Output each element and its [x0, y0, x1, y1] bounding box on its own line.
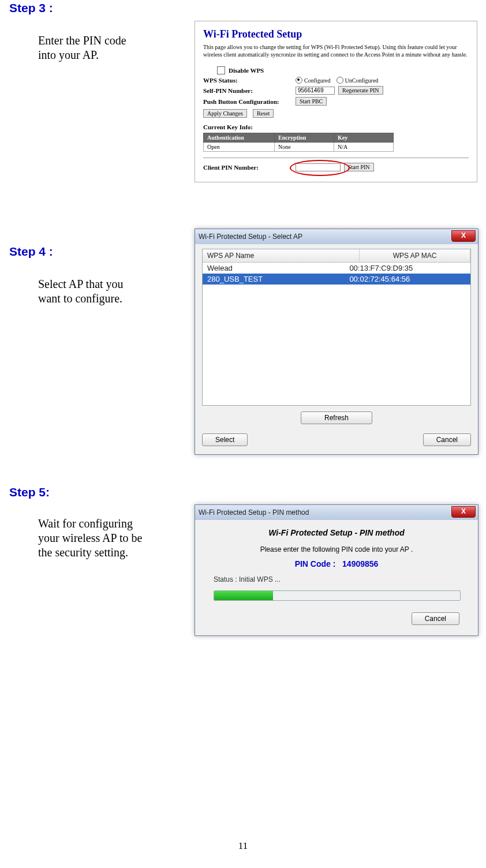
step5-heading: Step 5: — [9, 485, 50, 499]
progress-fill — [214, 591, 273, 600]
client-pin-label: Client PIN Number: — [203, 164, 296, 171]
step3-body-line2: into your AP. — [38, 48, 99, 61]
wps-status-configured-radio[interactable] — [296, 77, 302, 84]
step4-body-line1: Select AP that you — [38, 278, 124, 290]
col-ap-name: WPS AP Name — [203, 249, 360, 262]
fig5-status: Status : Initial WPS ... — [214, 575, 459, 583]
fig5-note: Please enter the following PIN code into… — [214, 545, 459, 553]
td-key: N/A — [334, 143, 394, 152]
apply-changes-button[interactable]: Apply Changes — [203, 109, 247, 118]
fig4-screenshot: Wi-Fi Protected Setup - Select AP X WPS … — [195, 229, 478, 455]
list-item[interactable]: Welead00:13:F7:C9:D9:35 — [203, 263, 470, 274]
key-info-table: Authentication Encryption Key Open None … — [203, 133, 394, 152]
ap-mac: 00:13:F7:C9:D9:35 — [349, 264, 466, 272]
fig4-window-title: Wi-Fi Protected Setup - Select AP — [199, 233, 302, 241]
fig3-desc: This page allows you to change the setti… — [203, 44, 469, 58]
close-icon[interactable]: X — [451, 506, 476, 518]
step3-body-line1: Enter the PIN code — [38, 34, 126, 47]
fig3-screenshot: Wi-Fi Protected Setup This page allows y… — [195, 21, 477, 182]
self-pin-input[interactable] — [296, 87, 335, 95]
col-ap-mac: WPS AP MAC — [360, 249, 470, 262]
step3-body: Enter the PIN code into your AP. — [38, 33, 177, 62]
step3-heading: Step 3 : — [9, 1, 53, 15]
step4-body: Select AP that you want to configure. — [38, 277, 177, 306]
step4-heading: Step 4 : — [9, 245, 53, 259]
self-pin-label: Self-PIN Number: — [203, 87, 296, 94]
ap-name: 280_USB_TEST — [207, 275, 349, 283]
close-icon[interactable]: X — [451, 230, 476, 242]
client-pin-input[interactable] — [296, 163, 341, 171]
wps-status-configured-label: Configured — [304, 77, 331, 84]
ap-mac: 00:02:72:45:64:56 — [349, 275, 466, 283]
td-auth: Open — [204, 143, 275, 152]
step5-body-line3: the security setting. — [38, 546, 128, 559]
cancel-button[interactable]: Cancel — [412, 612, 459, 625]
disable-wps-checkbox[interactable] — [217, 66, 225, 74]
list-item[interactable]: 280_USB_TEST00:02:72:45:64:56 — [203, 274, 470, 285]
start-pbc-button[interactable]: Start PBC — [296, 97, 327, 106]
refresh-button[interactable]: Refresh — [301, 411, 372, 424]
wps-status-label: WPS Status: — [203, 77, 296, 84]
fig5-pin-line: PIN Code : 14909856 — [214, 559, 459, 568]
step5-body-line2: your wireless AP to be — [38, 532, 142, 544]
th-auth: Authentication — [204, 133, 275, 143]
fig3-title: Wi-Fi Protected Setup — [203, 28, 469, 40]
th-enc: Encryption — [275, 133, 334, 143]
select-button[interactable]: Select — [202, 433, 248, 446]
pin-code-label: PIN Code : — [295, 559, 336, 568]
disable-wps-label: Disable WPS — [229, 67, 264, 74]
ap-list[interactable]: WPS AP Name WPS AP MAC Welead00:13:F7:C9… — [202, 249, 471, 406]
ap-name: Welead — [207, 264, 349, 272]
pin-code-value: 14909856 — [342, 559, 378, 568]
reset-button[interactable]: Reset — [253, 109, 274, 118]
step5-body-line1: Wait for configuring — [38, 517, 133, 530]
wps-status-unconfigured-label: UnConfigured — [345, 77, 379, 84]
progress-bar — [214, 590, 461, 601]
step5-body: Wait for configuring your wireless AP to… — [38, 517, 188, 560]
table-row: Open None N/A — [204, 143, 394, 152]
fig5-header: Wi-Fi Protected Setup - PIN method — [214, 528, 459, 537]
td-enc: None — [275, 143, 334, 152]
cancel-button[interactable]: Cancel — [423, 433, 471, 446]
page-number: 11 — [0, 840, 486, 852]
fig5-window-title: Wi-Fi Protected Setup - PIN method — [199, 508, 309, 517]
fig5-screenshot: Wi-Fi Protected Setup - PIN method X Wi-… — [195, 504, 478, 636]
step4-body-line2: want to configure. — [38, 292, 122, 305]
regenerate-pin-button[interactable]: Regenerate PIN — [338, 86, 383, 95]
pbc-label: Push Button Configuration: — [203, 98, 296, 105]
wps-status-unconfigured-radio[interactable] — [337, 77, 343, 84]
current-key-label: Current Key Info: — [203, 124, 296, 130]
start-pin-button[interactable]: Start PIN — [344, 163, 374, 171]
th-key: Key — [334, 133, 394, 143]
